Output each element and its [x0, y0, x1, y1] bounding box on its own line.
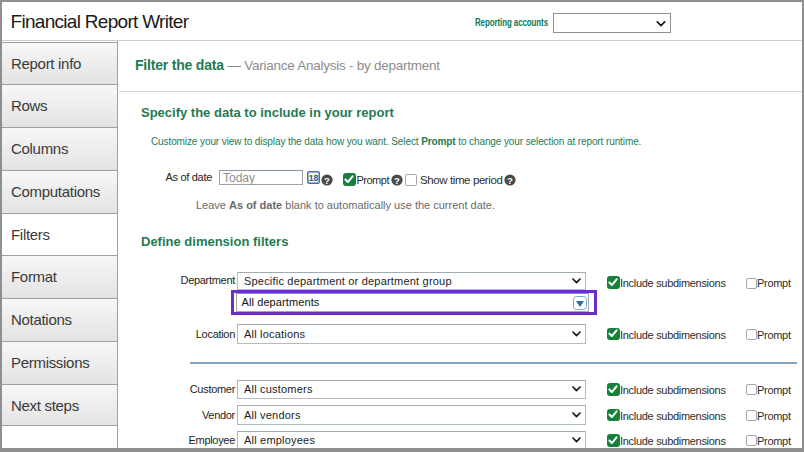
- svg-text:18: 18: [308, 173, 318, 183]
- svg-text:?: ?: [324, 174, 330, 185]
- svg-text:?: ?: [507, 174, 513, 185]
- svg-text:?: ?: [394, 174, 400, 185]
